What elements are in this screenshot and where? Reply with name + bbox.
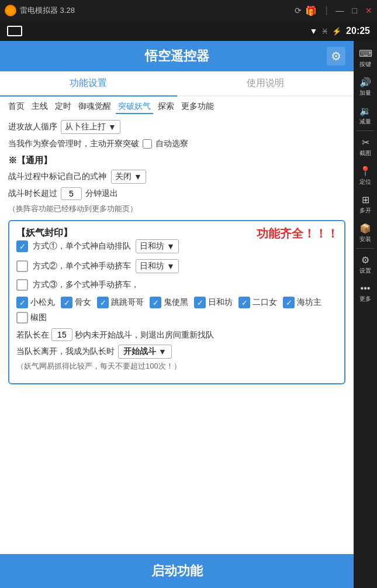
auto-select-checkbox[interactable]: [143, 139, 152, 149]
minimize-button[interactable]: —: [336, 6, 344, 15]
char-gunv-label: 骨女: [75, 297, 91, 308]
nav-timer[interactable]: 定时: [53, 100, 74, 114]
yaoqi-section: 【妖气封印】 功能齐全！！！ ✓ 方式①，单个式神自动排队 日和坊 ▼ 方式②，…: [8, 220, 345, 384]
status-bar: ▼ X ⚡ 20:25: [0, 21, 377, 41]
sidebar-multi[interactable]: ⊞ 多开: [354, 190, 377, 218]
auto-select-checkbox-label: 自动选寮: [155, 139, 188, 149]
auto-select-label: 当我作为寮会管理时，主动开寮突破: [8, 139, 139, 149]
sidebar-separator1: [357, 130, 374, 131]
volume-up-icon: 🔊: [359, 77, 371, 88]
char-gunv: ✓ 骨女: [61, 297, 91, 308]
tab-function-settings[interactable]: 功能设置: [0, 71, 177, 97]
attack-order-dropdown[interactable]: 从卜往上打 ▼: [61, 120, 120, 134]
char-jiaotu-checkbox[interactable]: [16, 312, 28, 324]
android-home-indicator: [7, 26, 22, 36]
combat-time-label2: 分钟退出: [85, 188, 118, 199]
nav-breakthrough[interactable]: 突破妖气: [116, 100, 153, 114]
queue-time-input[interactable]: [51, 328, 72, 341]
nav-pills: 首页 主线 定时 御魂觉醒 突破妖气 探索 更多功能: [0, 97, 354, 115]
char-erkounu-checkbox[interactable]: ✓: [238, 297, 250, 308]
link-icon: ⟳: [295, 6, 302, 15]
nav-more[interactable]: 更多功能: [179, 100, 216, 114]
nav-mainline[interactable]: 主线: [29, 100, 50, 114]
attack-order-label: 进攻故人循序: [8, 122, 57, 132]
char-jiaotu-label: 椒图: [30, 312, 47, 323]
char-guishihei-checkbox[interactable]: ✓: [150, 297, 161, 308]
sidebar-settings[interactable]: ⚙ 设置: [354, 250, 377, 278]
char-guishihei-label: 鬼使黑: [164, 297, 188, 308]
start-function-button[interactable]: 启动功能: [0, 554, 354, 588]
option1-location-dropdown[interactable]: 日和坊 ▼: [136, 239, 179, 253]
more-icon: •••: [361, 283, 371, 294]
restore-button[interactable]: □: [352, 6, 357, 15]
char-erkounu: ✓ 二口女: [238, 297, 277, 308]
tab-usage-guide[interactable]: 使用说明: [177, 71, 354, 95]
install-label: 安装: [359, 235, 371, 243]
char-haifangzhu: ✓ 海坊主: [283, 297, 321, 308]
app-title: 悟空遥控器: [145, 47, 209, 65]
char-guishihei: ✓ 鬼使黑: [150, 297, 188, 308]
combat-time-input[interactable]: [61, 187, 82, 200]
main-container: 悟空遥控器 ⚙ 功能设置 使用说明 首页 主线 定时 御魂觉醒 突破妖气 探索 …: [0, 41, 377, 588]
char-rihefang: ✓ 日和坊: [194, 297, 233, 308]
char-haifangzhu-checkbox[interactable]: ✓: [283, 297, 295, 308]
app-content: 悟空遥控器 ⚙ 功能设置 使用说明 首页 主线 定时 御魂觉醒 突破妖气 探索 …: [0, 41, 354, 588]
right-sidebar: ⌨ 按键 🔊 加量 🔉 减量 ✂ 截图 📍 定位 ⊞ 多开 📦 安装: [354, 41, 377, 588]
nav-home[interactable]: 首页: [6, 100, 27, 114]
char-erkounu-label: 二口女: [253, 297, 277, 308]
gift-icon[interactable]: 🎁: [305, 5, 317, 16]
keyboard-icon: ⌨: [359, 48, 372, 59]
char-tiaotiaogege-checkbox[interactable]: ✓: [97, 297, 109, 308]
install-icon: 📦: [359, 223, 371, 234]
window-controls: 🎁 | — □ ✕: [305, 5, 372, 16]
gear-icon: ⚙: [331, 49, 341, 63]
keyboard-label: 按键: [359, 60, 371, 68]
wifi-icon: ▼: [310, 26, 318, 36]
sidebar-location[interactable]: 📍 定位: [354, 161, 377, 190]
sidebar-screenshot[interactable]: ✂ 截图: [354, 132, 377, 161]
option1-location-value: 日和坊: [140, 241, 164, 252]
option2-location-dropdown[interactable]: 日和坊 ▼: [136, 259, 179, 273]
content-area: 进攻故人循序 从卜往上打 ▼ 当我作为寮会管理时，主动开寮突破 自动选寮 ※【通…: [0, 115, 354, 554]
option1-checkbox[interactable]: ✓: [16, 240, 28, 252]
multi-label: 多开: [359, 207, 371, 215]
option2-row: 方式②，单个式神手动挤车 日和坊 ▼: [16, 259, 337, 273]
char-jiaotu: 椒图: [16, 312, 47, 324]
char-xiaosongwan-checkbox[interactable]: ✓: [16, 297, 28, 308]
screenshot-label: 截图: [359, 149, 371, 157]
option2-location-value: 日和坊: [140, 261, 164, 271]
bottom-notice: （妖气网易抓得比较严，每天不要超过100次！）: [16, 361, 337, 372]
char-tiaotiaogege: ✓ 跳跳哥哥: [97, 297, 144, 308]
sidebar-keyboard[interactable]: ⌨ 按键: [354, 43, 377, 72]
sidebar-volume-up[interactable]: 🔊 加量: [354, 72, 377, 101]
sidebar-separator2: [357, 248, 374, 249]
volume-down-icon: 🔉: [359, 105, 371, 116]
sidebar-more[interactable]: ••• 更多: [354, 278, 377, 307]
option2-checkbox[interactable]: [16, 260, 28, 272]
yaoqi-section-title: 【妖气封印】: [16, 228, 72, 238]
sidebar-volume-down[interactable]: 🔉 减量: [354, 101, 377, 129]
settings-label: 设置: [359, 267, 371, 275]
close-button[interactable]: ✕: [365, 6, 372, 15]
nav-explore[interactable]: 探索: [155, 100, 177, 114]
queue-label1: 若队长在: [16, 330, 49, 339]
captain-label: 当队长离开，我成为队长时: [16, 346, 115, 357]
char-tiaotiaogege-label: 跳跳哥哥: [111, 297, 144, 308]
char-grid: ✓ 小松丸 ✓ 骨女 ✓ 跳跳哥哥 ✓ 鬼使黑: [16, 297, 337, 324]
combat-mark-dropdown[interactable]: 关闭 ▼: [111, 170, 146, 184]
nav-wuhun[interactable]: 御魂觉醒: [76, 100, 113, 114]
func-full-label: 功能齐全！！！: [257, 226, 338, 242]
option3-checkbox[interactable]: [16, 279, 28, 291]
char-xiaosongwan: ✓ 小松丸: [16, 297, 55, 308]
multi-icon: ⊞: [362, 194, 369, 205]
char-gunv-checkbox[interactable]: ✓: [61, 297, 72, 308]
combat-mark-value: 关闭: [115, 171, 132, 182]
general-section-label: ※【通用】: [8, 155, 345, 166]
settings-gear-button[interactable]: ⚙: [327, 47, 345, 66]
sidebar-install[interactable]: 📦 安装: [354, 218, 377, 247]
char-rihefang-checkbox[interactable]: ✓: [194, 297, 206, 308]
settings-icon: ⚙: [361, 255, 369, 266]
captain-action-dropdown[interactable]: 开始战斗 ▼: [118, 345, 172, 359]
app-header: 悟空遥控器 ⚙: [0, 41, 354, 71]
volume-up-label: 加量: [359, 89, 371, 97]
